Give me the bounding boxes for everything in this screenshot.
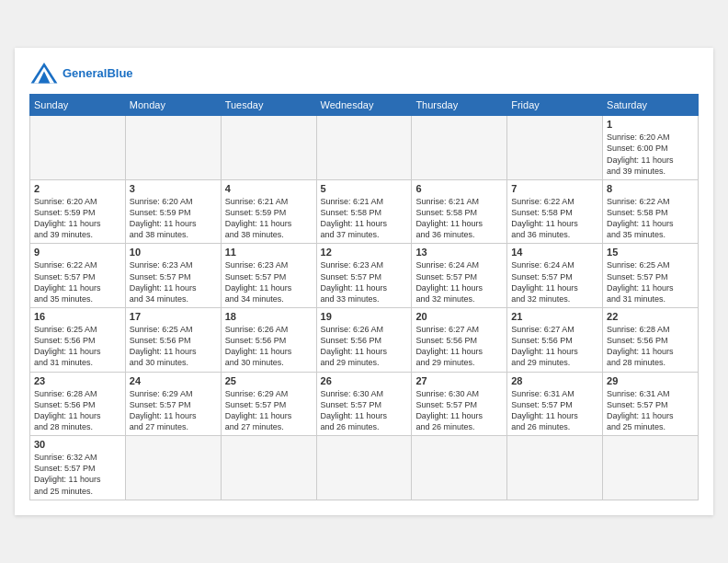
calendar-cell: 30Sunrise: 6:32 AM Sunset: 5:57 PM Dayli… xyxy=(30,436,126,500)
day-number: 20 xyxy=(415,311,503,322)
calendar-cell xyxy=(507,116,603,180)
logo: GeneralBlue xyxy=(29,61,133,86)
day-info: Sunrise: 6:28 AM Sunset: 5:56 PM Dayligh… xyxy=(607,324,694,369)
day-number: 29 xyxy=(607,375,694,386)
day-info: Sunrise: 6:31 AM Sunset: 5:57 PM Dayligh… xyxy=(607,388,694,433)
day-info: Sunrise: 6:20 AM Sunset: 6:00 PM Dayligh… xyxy=(607,132,694,177)
calendar-cell xyxy=(507,436,603,500)
day-info: Sunrise: 6:22 AM Sunset: 5:58 PM Dayligh… xyxy=(511,196,598,241)
weekday-header-row: SundayMondayTuesdayWednesdayThursdayFrid… xyxy=(30,95,699,116)
calendar-cell: 10Sunrise: 6:23 AM Sunset: 5:57 PM Dayli… xyxy=(125,244,221,308)
calendar-cell xyxy=(412,436,507,500)
weekday-header-friday: Friday xyxy=(507,95,603,116)
calendar-cell: 23Sunrise: 6:28 AM Sunset: 5:56 PM Dayli… xyxy=(30,372,126,436)
calendar-cell xyxy=(30,116,126,180)
logo-icon xyxy=(29,61,59,86)
day-number: 3 xyxy=(130,183,217,194)
week-row-5: 23Sunrise: 6:28 AM Sunset: 5:56 PM Dayli… xyxy=(30,372,699,436)
calendar-cell: 7Sunrise: 6:22 AM Sunset: 5:58 PM Daylig… xyxy=(507,179,603,244)
day-number: 25 xyxy=(225,375,313,386)
day-info: Sunrise: 6:24 AM Sunset: 5:57 PM Dayligh… xyxy=(511,259,598,304)
day-info: Sunrise: 6:30 AM Sunset: 5:57 PM Dayligh… xyxy=(321,388,408,433)
weekday-header-saturday: Saturday xyxy=(603,95,699,116)
day-info: Sunrise: 6:29 AM Sunset: 5:57 PM Dayligh… xyxy=(225,388,313,433)
day-info: Sunrise: 6:29 AM Sunset: 5:57 PM Dayligh… xyxy=(130,388,217,433)
calendar-cell: 24Sunrise: 6:29 AM Sunset: 5:57 PM Dayli… xyxy=(125,372,221,436)
calendar-cell xyxy=(125,116,221,180)
day-info: Sunrise: 6:24 AM Sunset: 5:57 PM Dayligh… xyxy=(415,259,503,304)
day-number: 30 xyxy=(34,439,121,450)
day-number: 17 xyxy=(130,311,217,322)
calendar-cell xyxy=(316,116,412,180)
day-info: Sunrise: 6:20 AM Sunset: 5:59 PM Dayligh… xyxy=(130,196,217,241)
day-info: Sunrise: 6:22 AM Sunset: 5:57 PM Dayligh… xyxy=(34,259,121,304)
day-number: 8 xyxy=(607,183,694,194)
day-info: Sunrise: 6:26 AM Sunset: 5:56 PM Dayligh… xyxy=(225,324,313,369)
day-number: 21 xyxy=(511,311,598,322)
day-info: Sunrise: 6:23 AM Sunset: 5:57 PM Dayligh… xyxy=(225,259,313,304)
day-number: 5 xyxy=(321,183,408,194)
calendar-cell: 26Sunrise: 6:30 AM Sunset: 5:57 PM Dayli… xyxy=(316,372,412,436)
calendar-container: GeneralBlue SundayMondayTuesdayWednesday… xyxy=(15,48,713,514)
week-row-2: 2Sunrise: 6:20 AM Sunset: 5:59 PM Daylig… xyxy=(30,179,699,244)
calendar-cell xyxy=(316,436,412,500)
logo-text: GeneralBlue xyxy=(63,67,133,80)
day-info: Sunrise: 6:20 AM Sunset: 5:59 PM Dayligh… xyxy=(34,196,121,241)
calendar-cell: 11Sunrise: 6:23 AM Sunset: 5:57 PM Dayli… xyxy=(221,244,316,308)
calendar-cell xyxy=(221,436,316,500)
day-number: 14 xyxy=(511,247,598,258)
day-info: Sunrise: 6:32 AM Sunset: 5:57 PM Dayligh… xyxy=(34,452,121,497)
day-info: Sunrise: 6:23 AM Sunset: 5:57 PM Dayligh… xyxy=(321,259,408,304)
day-number: 7 xyxy=(511,183,598,194)
day-info: Sunrise: 6:28 AM Sunset: 5:56 PM Dayligh… xyxy=(34,388,121,433)
calendar-cell: 15Sunrise: 6:25 AM Sunset: 5:57 PM Dayli… xyxy=(603,244,699,308)
day-number: 24 xyxy=(130,375,217,386)
day-number: 18 xyxy=(225,311,313,322)
weekday-header-thursday: Thursday xyxy=(412,95,507,116)
day-info: Sunrise: 6:21 AM Sunset: 5:58 PM Dayligh… xyxy=(415,196,503,241)
week-row-4: 16Sunrise: 6:25 AM Sunset: 5:56 PM Dayli… xyxy=(30,308,699,373)
header: GeneralBlue xyxy=(29,57,699,86)
calendar-cell: 14Sunrise: 6:24 AM Sunset: 5:57 PM Dayli… xyxy=(507,244,603,308)
calendar-cell: 17Sunrise: 6:25 AM Sunset: 5:56 PM Dayli… xyxy=(125,308,221,373)
day-number: 19 xyxy=(321,311,408,322)
weekday-header-monday: Monday xyxy=(125,95,221,116)
day-number: 12 xyxy=(321,247,408,258)
calendar-cell: 9Sunrise: 6:22 AM Sunset: 5:57 PM Daylig… xyxy=(30,244,126,308)
calendar-cell: 6Sunrise: 6:21 AM Sunset: 5:58 PM Daylig… xyxy=(412,179,507,244)
day-number: 2 xyxy=(34,183,121,194)
day-number: 9 xyxy=(34,247,121,258)
calendar-cell: 18Sunrise: 6:26 AM Sunset: 5:56 PM Dayli… xyxy=(221,308,316,373)
calendar-cell: 16Sunrise: 6:25 AM Sunset: 5:56 PM Dayli… xyxy=(30,308,126,373)
week-row-1: 1Sunrise: 6:20 AM Sunset: 6:00 PM Daylig… xyxy=(30,116,699,180)
week-row-6: 30Sunrise: 6:32 AM Sunset: 5:57 PM Dayli… xyxy=(30,436,699,500)
day-info: Sunrise: 6:31 AM Sunset: 5:57 PM Dayligh… xyxy=(511,388,598,433)
calendar-cell: 25Sunrise: 6:29 AM Sunset: 5:57 PM Dayli… xyxy=(221,372,316,436)
calendar-cell: 28Sunrise: 6:31 AM Sunset: 5:57 PM Dayli… xyxy=(507,372,603,436)
calendar-cell xyxy=(125,436,221,500)
calendar-cell: 1Sunrise: 6:20 AM Sunset: 6:00 PM Daylig… xyxy=(603,116,699,180)
day-info: Sunrise: 6:25 AM Sunset: 5:56 PM Dayligh… xyxy=(130,324,217,369)
logo-general: General xyxy=(63,66,107,80)
calendar-cell: 20Sunrise: 6:27 AM Sunset: 5:56 PM Dayli… xyxy=(412,308,507,373)
day-number: 28 xyxy=(511,375,598,386)
day-number: 13 xyxy=(415,247,503,258)
calendar-cell: 29Sunrise: 6:31 AM Sunset: 5:57 PM Dayli… xyxy=(603,372,699,436)
day-number: 23 xyxy=(34,375,121,386)
day-number: 26 xyxy=(321,375,408,386)
day-info: Sunrise: 6:27 AM Sunset: 5:56 PM Dayligh… xyxy=(511,324,598,369)
calendar-cell: 22Sunrise: 6:28 AM Sunset: 5:56 PM Dayli… xyxy=(603,308,699,373)
day-info: Sunrise: 6:26 AM Sunset: 5:56 PM Dayligh… xyxy=(321,324,408,369)
day-number: 6 xyxy=(415,183,503,194)
weekday-header-wednesday: Wednesday xyxy=(316,95,412,116)
calendar-cell: 19Sunrise: 6:26 AM Sunset: 5:56 PM Dayli… xyxy=(316,308,412,373)
day-number: 11 xyxy=(225,247,313,258)
calendar-cell xyxy=(221,116,316,180)
calendar-cell: 13Sunrise: 6:24 AM Sunset: 5:57 PM Dayli… xyxy=(412,244,507,308)
day-number: 15 xyxy=(607,247,694,258)
calendar-cell xyxy=(603,436,699,500)
day-number: 1 xyxy=(607,119,694,130)
day-info: Sunrise: 6:27 AM Sunset: 5:56 PM Dayligh… xyxy=(415,324,503,369)
day-info: Sunrise: 6:21 AM Sunset: 5:58 PM Dayligh… xyxy=(321,196,408,241)
calendar-cell: 27Sunrise: 6:30 AM Sunset: 5:57 PM Dayli… xyxy=(412,372,507,436)
